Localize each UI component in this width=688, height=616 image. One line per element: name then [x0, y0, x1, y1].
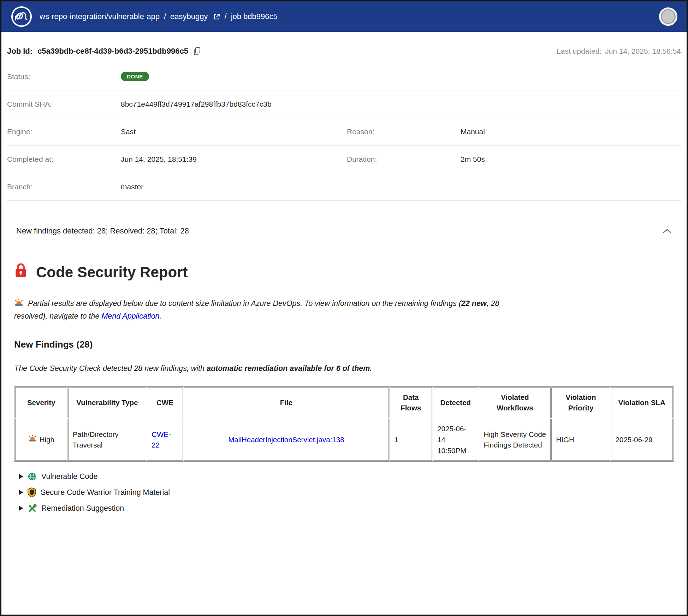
col-header-severity: Severity: [15, 387, 67, 419]
findings-table: Severity Vulnerability Type CWE File Dat…: [14, 386, 674, 462]
branch-label: Branch:: [7, 183, 121, 191]
breadcrumb-separator: /: [225, 12, 227, 21]
duration-label: Duration:: [347, 155, 461, 164]
vulnerability-type-cell: Path/Directory Traversal: [68, 419, 147, 461]
commit-sha-label: Commit SHA:: [7, 100, 121, 108]
top-navbar: ws-repo-integration/vulnerable-app / eas…: [1, 1, 687, 32]
notice-text-3: .: [160, 312, 162, 320]
col-header-violation-priority: Violation Priority: [551, 387, 610, 419]
commit-sha-value: 8bc71e449ff3d749917af298ffb37bd83fcc7c3b: [121, 100, 347, 108]
severity-value: High: [40, 434, 54, 445]
report-title: Code Security Report: [36, 264, 188, 281]
breadcrumb-separator: /: [164, 12, 166, 21]
expander-label: Vulnerable Code: [41, 472, 97, 481]
branch-value: master: [121, 183, 347, 191]
mend-application-link[interactable]: Mend Application: [101, 312, 159, 320]
cwe-link[interactable]: CWE-22: [152, 430, 171, 449]
field-row-completed-duration: Completed at: Jun 14, 2025, 18:51:39 Dur…: [7, 146, 681, 173]
col-header-file: File: [184, 387, 389, 419]
field-row-commit: Commit SHA: 8bc71e449ff3d749917af298ffb3…: [7, 90, 681, 118]
engine-label: Engine:: [7, 128, 121, 136]
copy-icon[interactable]: [193, 47, 201, 56]
status-badge: DONE: [121, 72, 149, 81]
expander-label: Secure Code Warrior Training Material: [41, 488, 170, 497]
col-header-data-flows: Data Flows: [390, 387, 432, 419]
reason-label: Reason:: [347, 128, 461, 136]
data-flows-cell: 1: [390, 419, 432, 461]
intro-bold-remediation: automatic remediation available for 6 of…: [207, 364, 370, 373]
report-title-row: Code Security Report: [14, 263, 674, 282]
completed-at-value: Jun 14, 2025, 18:51:39: [121, 155, 347, 164]
expander-training-material[interactable]: Secure Code Warrior Training Material: [14, 484, 674, 500]
job-fields: Status: DONE Commit SHA: 8bc71e449ff3d74…: [1, 63, 687, 201]
chevron-up-icon[interactable]: [663, 228, 672, 234]
col-header-violation-sla: Violation SLA: [611, 387, 673, 419]
alarm-icon: [28, 434, 37, 446]
globe-icon: [28, 472, 37, 481]
field-row-engine-reason: Engine: Sast Reason: Manual: [7, 118, 681, 146]
expand-triangle-icon[interactable]: [19, 490, 23, 495]
col-header-detected: Detected: [433, 387, 478, 419]
expander-vulnerable-code[interactable]: Vulnerable Code: [14, 469, 674, 484]
table-row: High Path/Directory Traversal CWE-22 Mai…: [15, 419, 673, 461]
findings-intro: The Code Security Check detected 28 new …: [14, 364, 674, 373]
breadcrumb-job-label: job bdb996c5: [231, 12, 278, 21]
breadcrumb-repo-link[interactable]: ws-repo-integration/vulnerable-app: [40, 12, 160, 21]
shield-icon: [28, 487, 36, 497]
notice-text-1: Partial results are displayed below due …: [28, 299, 461, 308]
job-id-value: c5a39bdb-ce8f-4d39-b6d3-2951bdb996c5: [37, 47, 188, 56]
lock-icon: [14, 263, 28, 282]
expander-remediation-suggestion[interactable]: Remediation Suggestion: [14, 500, 674, 516]
tools-icon: [28, 504, 37, 513]
alarm-icon: [14, 298, 24, 311]
col-header-violated-workflows: Violated Workflows: [479, 387, 551, 419]
job-details-page: ws-repo-integration/vulnerable-app / eas…: [0, 0, 688, 616]
violation-sla-cell: 2025-06-29: [611, 419, 673, 461]
detected-cell: 2025-06-14 10:50PM: [433, 419, 478, 461]
findings-summary-text: New findings detected: 28; Resolved: 28;…: [16, 226, 189, 236]
field-row-branch: Branch: master: [7, 173, 681, 201]
status-label: Status:: [7, 72, 121, 81]
new-findings-heading: New Findings (28): [14, 339, 674, 350]
completed-at-label: Completed at:: [7, 155, 121, 164]
last-updated-value: Jun 14, 2025, 18:56:54: [605, 47, 681, 55]
job-id: Job Id: c5a39bdb-ce8f-4d39-b6d3-2951bdb9…: [7, 47, 201, 56]
field-row-status: Status: DONE: [7, 63, 681, 90]
col-header-cwe: CWE: [147, 387, 183, 419]
external-link-icon[interactable]: [213, 13, 220, 20]
violated-workflows-cell: High Severity Code Findings Detected: [479, 419, 551, 461]
breadcrumb-project-link[interactable]: easybuggy: [170, 12, 208, 21]
findings-summary-bar[interactable]: New findings detected: 28; Resolved: 28;…: [1, 217, 687, 245]
code-security-report: Code Security Report Partial results are…: [1, 263, 687, 516]
last-updated-label: Last updated:: [557, 47, 601, 55]
job-id-label: Job Id:: [7, 47, 32, 56]
expand-triangle-icon[interactable]: [19, 474, 23, 479]
user-avatar[interactable]: [659, 7, 677, 26]
mend-logo-icon[interactable]: [11, 6, 32, 28]
expand-triangle-icon[interactable]: [19, 506, 23, 511]
finding-detail-expanders: Vulnerable Code Secure Code Warrior Trai…: [14, 469, 674, 516]
file-link[interactable]: MailHeaderInjectionServlet.java:138: [228, 436, 344, 444]
duration-value: 2m 50s: [461, 155, 681, 164]
partial-results-notice: Partial results are displayed below due …: [14, 298, 526, 322]
intro-text-2: .: [370, 364, 372, 373]
expander-label: Remediation Suggestion: [41, 504, 124, 513]
notice-bold-new-count: 22 new: [461, 299, 487, 308]
col-header-vulnerability-type: Vulnerability Type: [68, 387, 147, 419]
breadcrumb: ws-repo-integration/vulnerable-app / eas…: [40, 12, 278, 21]
violation-priority-cell: HIGH: [551, 419, 610, 461]
table-header-row: Severity Vulnerability Type CWE File Dat…: [15, 387, 673, 419]
reason-value: Manual: [461, 128, 681, 136]
job-header: Job Id: c5a39bdb-ce8f-4d39-b6d3-2951bdb9…: [1, 32, 687, 63]
engine-value: Sast: [121, 128, 347, 136]
last-updated: Last updated: Jun 14, 2025, 18:56:54: [555, 47, 681, 55]
intro-text-1: The Code Security Check detected 28 new …: [14, 364, 207, 373]
